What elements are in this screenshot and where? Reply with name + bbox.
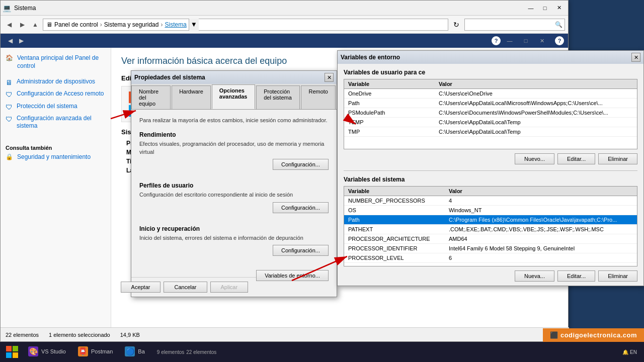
help-minimize[interactable]: — xyxy=(503,34,517,47)
up-button[interactable]: ▲ xyxy=(30,19,41,30)
svg-rect-8 xyxy=(6,346,12,351)
dialog-sistema-titlebar: Propiedades del sistema ✕ xyxy=(131,71,337,84)
tab-opciones-avanzadas[interactable]: Opciones avanzadas xyxy=(212,84,255,109)
system-var-row[interactable]: NUMBER_OF_PROCESSORS 4 xyxy=(344,196,637,206)
taskbar-app-ba[interactable]: 🔵 Ba xyxy=(120,343,149,360)
forward-button[interactable]: ▶ xyxy=(17,19,28,30)
dialog-env-variables: Variables de entorno ✕ Variables de usua… xyxy=(337,50,644,286)
taskbar-app-postman[interactable]: 📮 Postman xyxy=(73,343,118,360)
help-button[interactable]: ? xyxy=(492,36,501,45)
watermark-text: codigoelectronica.com xyxy=(560,331,637,339)
home-icon: 🏠 xyxy=(6,54,13,62)
refresh-button[interactable]: ↻ xyxy=(450,19,462,31)
apply-button[interactable]: Aplicar xyxy=(210,282,249,293)
maximize-button[interactable]: □ xyxy=(538,2,552,15)
rendimiento-desc: Efectos visuales, programación del proce… xyxy=(139,140,329,156)
close-button[interactable]: ✕ xyxy=(552,2,566,15)
accept-button[interactable]: Aceptar xyxy=(121,282,161,293)
system-var-value: Windows_NT xyxy=(445,206,637,215)
minimize-button[interactable]: — xyxy=(524,2,538,15)
inicio-config-btn[interactable]: Configuración... xyxy=(273,245,329,256)
address-path[interactable]: 🖥 Panel de control › Sistema y seguridad… xyxy=(43,19,448,31)
system-var-value: .COM;.EXE;.BAT;.CMD;.VBS;.VBE;.JS;.JSE;.… xyxy=(445,225,637,234)
user-delete-button[interactable]: Eliminar xyxy=(598,153,637,164)
dialog-env-titlebar: Variables de entorno ✕ xyxy=(338,51,643,64)
system-var-row[interactable]: OS Windows_NT xyxy=(344,206,637,215)
user-var-row[interactable]: PSModulePath C:\Users\ce\Documents\Windo… xyxy=(344,108,637,118)
tab-remoto[interactable]: Remoto xyxy=(301,85,336,109)
user-new-button[interactable]: Nuevo... xyxy=(515,153,554,164)
dialog-sistema-close[interactable]: ✕ xyxy=(325,73,334,82)
sidebar-item-advanced-config[interactable]: 🛡 Configuración avanzada del sistema xyxy=(1,113,111,132)
security-icon: 🔒 xyxy=(6,153,13,161)
system-var-row[interactable]: Path C:\Program Files (x86)\Common Files… xyxy=(344,215,637,225)
system-new-button[interactable]: Nueva... xyxy=(515,270,554,282)
system-delete-button[interactable]: Eliminar xyxy=(598,270,637,282)
dialog-env-close[interactable]: ✕ xyxy=(631,53,640,62)
user-var-row[interactable]: OneDrive C:\Users\ce\OneDrive xyxy=(344,89,637,99)
user-var-value: C:\Users\ce\Documents\WindowsPowerShell\… xyxy=(435,108,637,118)
perfiles-config-btn[interactable]: Configuración... xyxy=(273,202,329,213)
system-variables-table: Variable Valor NUMBER_OF_PROCESSORS 4 OS… xyxy=(344,187,637,263)
sidebar: 🏠 Ventana principal del Panel de control… xyxy=(1,48,111,341)
system-var-row[interactable]: PROCESSOR_LEVEL 6 xyxy=(344,253,637,263)
user-var-row[interactable]: TMP C:\Users\ce\AppData\Local\Temp xyxy=(344,127,637,137)
system-section-title: Variables del sistema xyxy=(344,176,637,183)
address-dropdown-button[interactable]: ▼ xyxy=(189,19,199,31)
dialog-info-text: Para realizar la mayoría de estos cambio… xyxy=(139,117,329,124)
sidebar-item-security[interactable]: 🔒 Seguridad y mantenimiento xyxy=(1,152,111,163)
system-var-name: OS xyxy=(344,206,445,215)
start-button[interactable] xyxy=(3,343,21,361)
sidebar-item-devices[interactable]: 🖥 Administrador de dispositivos xyxy=(1,76,111,88)
user-env-buttons: Nuevo... Editar... Eliminar xyxy=(338,149,643,168)
tab-nombre-equipo[interactable]: Nombre del equipo xyxy=(131,85,171,109)
sidebar-item-protection[interactable]: 🛡 Protección del sistema xyxy=(1,101,111,113)
taskbar-extra-info: 9 elementos 22 elementos xyxy=(157,349,217,355)
sidebar-item-main-panel[interactable]: 🏠 Ventana principal del Panel de control xyxy=(1,53,111,71)
system-var-row[interactable]: PROCESSOR_ARCHITECTURE AMD64 xyxy=(344,234,637,244)
system-var-name: NUMBER_OF_PROCESSORS xyxy=(344,196,445,206)
system-var-value: C:\Program Files (x86)\Common Files\Orac… xyxy=(445,215,637,225)
tab-proteccion[interactable]: Protección del sistema xyxy=(256,85,300,109)
taskbar-app-vs-studio[interactable]: 🎨 VS Studio xyxy=(23,343,71,360)
titlebar-left: 💻 Sistema xyxy=(3,4,36,12)
vs-studio-icon: 🎨 xyxy=(28,346,38,356)
system-var-row[interactable]: PATHEXT .COM;.EXE;.BAT;.CMD;.VBS;.VBE;.J… xyxy=(344,225,637,234)
user-var-value: C:\Users\ce\AppData\Local\Temp xyxy=(435,127,637,137)
help-close[interactable]: ✕ xyxy=(535,34,549,47)
cancel-button[interactable]: Cancelar xyxy=(164,282,207,293)
variables-entorno-btn[interactable]: Variables de entorno... xyxy=(256,270,329,281)
breadcrumb-system-security[interactable]: Sistema y seguridad xyxy=(104,21,159,28)
remote-icon: 🛡 xyxy=(6,90,13,99)
user-variables-table-container[interactable]: Variable Valor OneDrive C:\Users\ce\OneD… xyxy=(344,79,637,149)
breadcrumb-control-panel[interactable]: Panel de control xyxy=(54,21,98,28)
user-var-row[interactable]: Path C:\Users\ce\AppData\Local\Microsoft… xyxy=(344,99,637,108)
tab-hardware[interactable]: Hardware xyxy=(172,85,211,109)
system-variables-table-container[interactable]: Variable Valor NUMBER_OF_PROCESSORS 4 OS… xyxy=(344,186,637,266)
user-var-row[interactable]: TEMP C:\Users\ce\AppData\Local\Temp xyxy=(344,118,637,127)
perfiles-section: Perfiles de usuario Configuración del es… xyxy=(139,182,329,213)
rendimiento-section: Rendimiento Efectos visuales, programaci… xyxy=(139,131,329,170)
taskbar-items-9: 9 elementos xyxy=(157,349,184,355)
system-edit-button[interactable]: Editar... xyxy=(557,270,595,282)
back-button[interactable]: ◀ xyxy=(4,19,15,30)
svg-rect-10 xyxy=(6,352,12,358)
also-section-label: Consulta también xyxy=(1,142,111,152)
system-var-row[interactable]: PROCESSOR_IDENTIFIER Intel64 Family 6 Mo… xyxy=(344,244,637,253)
search-input[interactable] xyxy=(465,22,553,28)
help-nav-forward[interactable]: ▶ xyxy=(16,35,27,46)
system-var-name: PROCESSOR_IDENTIFIER xyxy=(344,244,445,253)
help-btn-2[interactable]: ? xyxy=(555,36,564,45)
search-icon[interactable]: 🔍 xyxy=(553,21,565,28)
breadcrumb-system[interactable]: Sistema xyxy=(165,21,186,28)
rendimiento-config-btn[interactable]: Configuración... xyxy=(273,159,329,170)
vs-studio-label: VS Studio xyxy=(41,348,66,354)
ba-label: Ba xyxy=(138,348,144,354)
sidebar-item-remote-access[interactable]: 🛡 Configuración de Acceso remoto xyxy=(1,88,111,101)
dialog-sistema-footer: Aceptar Cancelar Aplicar xyxy=(131,277,256,297)
user-edit-button[interactable]: Editar... xyxy=(557,153,595,164)
help-nav-back[interactable]: ◀ xyxy=(5,35,16,46)
selection-info: 1 elemento seleccionado xyxy=(49,332,110,338)
help-maximize[interactable]: □ xyxy=(519,34,533,47)
user-var-name: TEMP xyxy=(344,118,435,127)
